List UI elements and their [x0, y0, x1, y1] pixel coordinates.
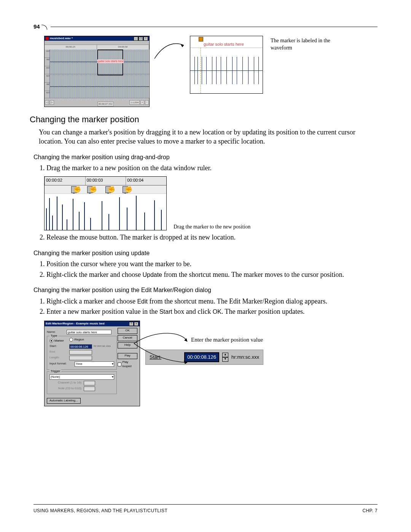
end-label: End:	[49, 350, 68, 354]
page-footer: USING MARKERS, REGIONS, AND THE PLAYLIST…	[33, 504, 378, 514]
header-rule	[51, 27, 378, 27]
dialog-titlebar: Edit Marker/Region - Example music bed ?…	[45, 321, 140, 326]
callout-arrow	[130, 321, 260, 370]
steps-dialog: Right-click a marker and choose Edit fro…	[46, 297, 378, 316]
end-input	[69, 350, 92, 355]
length-input	[69, 356, 92, 360]
maximize-button[interactable]: ▢	[139, 37, 143, 41]
ruler-tick: 00:00:04	[126, 177, 166, 185]
name-input[interactable]: guitar solo starts here	[67, 330, 112, 334]
radio-region[interactable]: Region	[69, 338, 84, 342]
radio-marker[interactable]: Marker	[49, 339, 64, 343]
timeline-window: 00:00:02 00:00:03 00:00:04 ✊ ✊ ✊ ✊	[44, 176, 167, 230]
figure-caption: Drag the marker to the new position	[174, 224, 250, 231]
figure-one: musicbed.wav * _ ▢ × 04:00:25 04:00:50 -…	[44, 36, 378, 107]
step: Right-click the marker and choose Update…	[46, 270, 378, 279]
waveform-area[interactable]: guitar solo starts here	[50, 50, 149, 99]
start-field-callout: Enter the marker position value Start: 0…	[145, 321, 275, 365]
section-intro: You can change a marker's position by dr…	[39, 128, 378, 146]
step: Release the mouse button. The marker is …	[46, 233, 378, 242]
transport-button[interactable]: ◁	[45, 100, 49, 105]
trigger-group-label: Trigger	[49, 369, 61, 374]
header-ornament	[41, 24, 49, 29]
step: Right-click a marker and choose Edit fro…	[46, 297, 378, 306]
marker-lane[interactable]: ✊ ✊ ✊ ✊	[45, 185, 166, 194]
length-label: Length:	[49, 356, 68, 360]
steps-update: Position the cursor where you want the m…	[46, 259, 378, 279]
name-label: Name:	[47, 330, 65, 334]
zoom-button[interactable]: +	[140, 100, 144, 105]
section-heading: Changing the marker position	[30, 114, 378, 125]
zoom-button[interactable]: −	[145, 100, 149, 105]
window-title: musicbed.wav *	[50, 37, 73, 41]
trigger-select[interactable]: (None)	[49, 374, 114, 380]
cursor-time: 00:00:07.552	[97, 102, 114, 106]
timeline-waveform	[45, 193, 166, 230]
start-unit: hr:mn:sc.xxx	[94, 344, 111, 348]
note-label: Note (C0 to G10):	[49, 387, 82, 391]
marker-handle[interactable]	[87, 186, 92, 193]
steps-drag: Drag the marker to a new position on the…	[46, 163, 378, 173]
ruler-tick: 04:00:25	[45, 45, 97, 50]
step: Drag the marker to a new position on the…	[46, 163, 378, 173]
start-input[interactable]: 00:00:08.126	[69, 344, 92, 349]
type-group-label: Type	[49, 334, 58, 338]
note-input	[84, 387, 95, 391]
transport-button[interactable]: ▷	[50, 100, 54, 105]
zoom-waveform-window: guitar solo starts here	[190, 36, 263, 94]
close-button[interactable]: ×	[143, 37, 148, 41]
subsection-heading: Changing the marker position using drag-…	[33, 153, 378, 161]
timeline-ruler: 00:00:02 00:00:03 00:00:04	[45, 177, 166, 185]
marker-handle[interactable]	[71, 186, 76, 193]
page-number: 94	[33, 23, 40, 30]
input-format-select[interactable]: Time	[75, 361, 114, 367]
marker-handle[interactable]	[105, 186, 111, 193]
ruler-tick: 04:00:50	[97, 45, 150, 50]
window-titlebar: musicbed.wav * _ ▢ ×	[45, 36, 149, 41]
ruler-tick: 00:00:03	[85, 177, 126, 185]
footer-right: CHP. 7	[362, 508, 378, 514]
input-format-label: Input format:	[49, 362, 73, 366]
toolbar	[45, 41, 149, 45]
zoom-level: 1:1,024	[129, 100, 140, 105]
page-header: 94	[33, 23, 378, 30]
edit-marker-dialog: Edit Marker/Region - Example music bed ?…	[44, 321, 140, 406]
steps-drag-cont: Release the mouse button. The marker is …	[46, 233, 378, 242]
step: Position the cursor where you want the m…	[46, 259, 378, 268]
callout-arrow	[153, 36, 187, 93]
footer-left: USING MARKERS, REGIONS, AND THE PLAYLIST…	[33, 508, 167, 514]
figure-three: Edit Marker/Region - Example music bed ?…	[44, 321, 378, 406]
dialog-title: Edit Marker/Region - Example music bed	[46, 322, 105, 326]
audio-data-window: musicbed.wav * _ ▢ × 04:00:25 04:00:50 -…	[44, 36, 150, 107]
automatic-labeling-button[interactable]: Automatic Labeling...	[47, 398, 81, 404]
zoom-waveform	[190, 48, 263, 93]
minimize-button[interactable]: _	[134, 37, 138, 41]
channel-input	[84, 381, 95, 385]
figure-caption: The marker is labeled in the waveform	[271, 37, 339, 52]
amplitude-labels: -6.0 -Inf -6.0 -6.0 -Inf -6.0	[45, 50, 50, 99]
ruler-tick: 00:00:02	[45, 177, 85, 185]
marker-icon[interactable]	[199, 37, 203, 42]
time-ruler: 04:00:25 04:00:50	[45, 45, 149, 50]
subsection-heading: Changing the marker position using updat…	[33, 249, 378, 257]
marker-handle[interactable]	[123, 186, 128, 193]
subsection-heading: Changing the marker position using the E…	[33, 286, 378, 294]
app-icon	[46, 37, 49, 40]
figure-two: 00:00:02 00:00:03 00:00:04 ✊ ✊ ✊ ✊	[44, 176, 378, 230]
zoom-marker-label: guitar solo starts here	[204, 42, 244, 47]
marker-label[interactable]: guitar solo starts here	[97, 59, 124, 63]
step: Enter a new marker position value in the…	[46, 307, 378, 316]
channel-label: Channel (1 to 16):	[49, 381, 82, 385]
status-bar: ◁ ▷ 1:1,024 + − 00:00:07.552	[45, 98, 149, 107]
start-label: Start:	[49, 344, 68, 348]
